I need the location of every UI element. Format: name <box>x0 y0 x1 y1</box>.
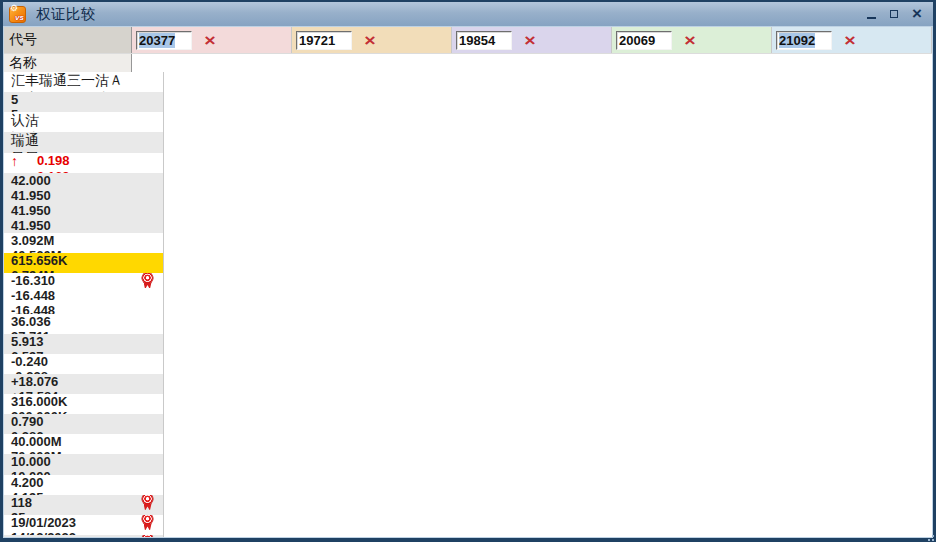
table-cell: 615.656K <box>4 253 164 268</box>
window-title: 权证比较 <box>36 5 96 24</box>
window-controls: × <box>865 8 923 20</box>
code-input[interactable]: 20377 <box>136 31 192 50</box>
table-cell: 4.200 <box>4 475 164 490</box>
code-input-value: 19854 <box>459 33 495 48</box>
remove-column-button[interactable]: × <box>684 32 695 49</box>
app-icon-label: vs <box>15 14 24 22</box>
code-column-header[interactable]: 20377× <box>132 27 292 53</box>
cell-value: -16.310 <box>11 273 55 288</box>
table-cell: +18.076 <box>4 374 164 389</box>
cell-value: 40.000M <box>11 434 62 449</box>
code-input[interactable]: 19721 <box>296 31 352 50</box>
minimize-icon <box>867 9 876 19</box>
code-column-header[interactable]: 19854× <box>452 27 612 53</box>
code-input-value: 19721 <box>299 33 335 48</box>
table-cell: 41.950 <box>4 203 164 218</box>
code-input[interactable]: 21092 <box>776 31 832 50</box>
table-cell: 118 <box>4 495 164 510</box>
table-cell: 316.000K <box>4 394 164 409</box>
code-column-header[interactable]: 20069× <box>612 27 772 53</box>
table-cell: 0.790 <box>4 414 164 429</box>
price-value: 0.198 <box>37 153 70 168</box>
row-label-code: 代号 <box>4 27 132 53</box>
table-cell: 汇丰瑞通三一沽Ａ <box>4 72 164 90</box>
table-cell: 41.950 <box>4 188 164 203</box>
table-cell: 41.950 <box>4 218 164 233</box>
app-icon[interactable]: ⚙ vs <box>9 6 26 23</box>
table-cell: 42.000 <box>4 173 164 188</box>
table-cell: 瑞通 <box>4 132 164 150</box>
cell-value: 41.950 <box>11 218 51 233</box>
cell-value: -0.240 <box>11 354 48 369</box>
best-value-badge-icon <box>142 515 153 530</box>
table-row[interactable]: 名称汇丰瑞通三一沽Ａ汇丰星展二乙沽Ａ汇丰瑞银二乙沽Ａ汇丰摩通二乙沽Ａ汇丰中银二乙… <box>4 54 932 74</box>
cell-value: 5.913 <box>11 334 44 349</box>
close-button[interactable]: × <box>911 8 923 20</box>
cell-value: 36.036 <box>11 314 51 329</box>
code-column-header[interactable]: 19721× <box>292 27 452 53</box>
cell-value: 5 <box>11 92 18 107</box>
remove-column-button[interactable]: × <box>364 32 375 49</box>
comparison-table: 代号 20377×19721×19854×20069×21092× 名称汇丰瑞通… <box>3 26 933 538</box>
table-cell: 10.000 <box>4 454 164 469</box>
remove-column-button[interactable]: × <box>844 32 855 49</box>
row-label: 名称 <box>4 54 132 72</box>
cell-value: 认沽 <box>11 112 39 130</box>
cell-value: 316.000K <box>11 394 67 409</box>
maximize-icon <box>890 10 898 18</box>
cell-value: 41.950 <box>11 188 51 203</box>
table-cell: 5 <box>4 92 164 107</box>
code-column-header[interactable]: 21092× <box>772 27 932 53</box>
window: ⚙ vs 权证比较 × 代号 20377×19721×19854×20069×2… <box>0 0 936 542</box>
gear-icon: ⚙ <box>10 4 18 13</box>
code-row: 代号 20377×19721×19854×20069×21092× <box>4 27 932 54</box>
code-input-value: 21092 <box>779 33 815 48</box>
resize-grip[interactable] <box>926 535 934 541</box>
table-cell: -16.310 <box>4 273 164 288</box>
table-cell: ↑0.198 <box>4 153 164 169</box>
code-input-value: 20377 <box>139 33 175 48</box>
cell-value: 41.950 <box>11 203 51 218</box>
best-value-badge-icon <box>142 495 153 510</box>
table-cell: 5.913 <box>4 334 164 349</box>
code-input-value: 20069 <box>619 33 655 48</box>
code-input[interactable]: 20069 <box>616 31 672 50</box>
table-cell: 19/01/2023 <box>4 515 164 530</box>
minimize-button[interactable] <box>865 8 877 20</box>
table-cell: 36.036 <box>4 314 164 329</box>
maximize-button[interactable] <box>888 8 900 20</box>
table-cell: 30/01/2023 <box>4 535 164 538</box>
cell-value: 3.092M <box>11 233 54 248</box>
remove-column-button[interactable]: × <box>524 32 535 49</box>
up-arrow-icon: ↑ <box>11 153 37 169</box>
cell-value: 瑞通 <box>11 132 39 150</box>
table-cell: 3.092M <box>4 233 164 248</box>
cell-value: 10.000 <box>11 454 51 469</box>
best-value-badge-icon <box>142 273 153 288</box>
table-body: 名称汇丰瑞通三一沽Ａ汇丰星展二乙沽Ａ汇丰瑞银二乙沽Ａ汇丰摩通二乙沽Ａ汇丰中银二乙… <box>4 54 932 537</box>
table-cell: -16.448 <box>4 288 164 303</box>
cell-value: 4.200 <box>11 475 44 490</box>
cell-value: 19/01/2023 <box>11 515 76 530</box>
table-cell: 40.000M <box>4 434 164 449</box>
remove-column-button[interactable]: × <box>204 32 215 49</box>
best-value-badge-icon <box>142 535 153 538</box>
table-cell: 认沽 <box>4 112 164 130</box>
cell-value: 118 <box>11 495 32 510</box>
cell-value: 42.000 <box>11 173 51 188</box>
cell-value: +18.076 <box>11 374 58 389</box>
cell-value: 汇丰瑞通三一沽Ａ <box>11 72 123 90</box>
cell-value: 30/01/2023 <box>11 535 76 538</box>
cell-value: 615.656K <box>11 253 67 268</box>
code-input[interactable]: 19854 <box>456 31 512 50</box>
table-cell: -0.240 <box>4 354 164 369</box>
cell-value: 0.790 <box>11 414 44 429</box>
titlebar[interactable]: ⚙ vs 权证比较 × <box>3 2 933 26</box>
cell-value: -16.448 <box>11 288 55 303</box>
